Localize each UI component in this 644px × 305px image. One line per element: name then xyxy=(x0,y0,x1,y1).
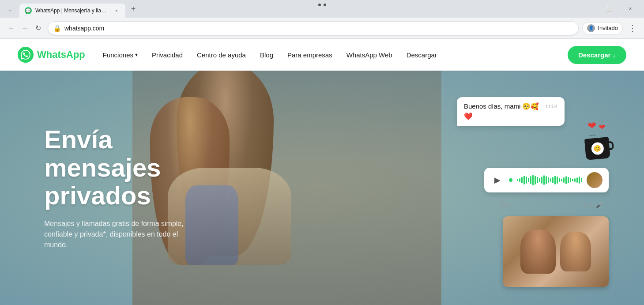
tab-close-button[interactable]: × xyxy=(113,7,120,14)
chevron-down-icon: ▾ xyxy=(135,52,138,58)
waveform-bar xyxy=(550,178,551,182)
nav-centro-ayuda[interactable]: Centro de ayuda xyxy=(197,51,246,59)
whatsapp-logo-icon xyxy=(18,47,34,63)
bubble-message-text: Buenos días, mami 🥺🥰 11:54 xyxy=(464,102,557,110)
voice-dot xyxy=(509,178,512,182)
hero-text-content: Envía mensajes privados Mensajes y llama… xyxy=(0,125,185,250)
waveform-bar xyxy=(579,177,580,184)
website-content: WhatsApp Funciones ▾ Privacidad Centro d… xyxy=(0,39,644,305)
voice-waveform xyxy=(517,174,582,186)
window-controls: — ⬜ × xyxy=(578,2,640,16)
active-tab[interactable]: 💬 WhatsApp | Mensajería y llama... × xyxy=(19,4,125,18)
browser-toolbar: ← → ↻ 🔒 whatsapp.com 👤 Invitado ⋮ xyxy=(0,18,644,39)
waveform-bar xyxy=(565,176,567,184)
lock-icon: 🔒 xyxy=(53,25,61,32)
waveform-bar xyxy=(548,177,549,183)
whatsapp-brand-name: WhatsApp xyxy=(37,49,85,60)
tab-favicon: 💬 xyxy=(25,7,32,14)
waveform-bar xyxy=(521,177,523,183)
voice-time-row: 0:03 11:57 🎤 xyxy=(494,202,609,208)
waveform-bar xyxy=(572,179,573,181)
back-button[interactable]: ← xyxy=(5,22,18,34)
waveform-bar xyxy=(554,176,556,185)
browser-dots xyxy=(318,4,326,6)
voice-sender-avatar xyxy=(587,172,603,188)
profile-avatar: 👤 xyxy=(587,24,595,32)
waveform-bar xyxy=(526,177,527,184)
waveform-bar xyxy=(532,175,534,185)
mic-icon: 🎤 xyxy=(596,202,603,208)
minimize-button[interactable]: — xyxy=(578,2,598,16)
waveform-bar xyxy=(530,176,531,184)
hero-section: Envía mensajes privados Mensajes y llama… xyxy=(0,71,644,305)
new-tab-button[interactable]: + xyxy=(127,3,139,15)
address-bar[interactable]: 🔒 whatsapp.com xyxy=(48,21,579,35)
nav-blog[interactable]: Blog xyxy=(260,51,273,59)
waveform-bar xyxy=(546,176,547,184)
bubble-timestamp: 11:54 xyxy=(545,104,557,109)
nav-funciones[interactable]: Funciones ▾ xyxy=(103,51,138,59)
browser-titlebar: ⌄ 💬 WhatsApp | Mensajería y llama... × +… xyxy=(0,0,644,18)
waveform-bar xyxy=(519,178,520,182)
hero-title: Envía mensajes privados xyxy=(44,125,185,210)
waveform-bar xyxy=(563,177,565,183)
close-button[interactable]: × xyxy=(620,2,640,16)
voice-message-bubble: ▶ xyxy=(484,168,609,192)
forward-button[interactable]: → xyxy=(19,22,31,34)
waveform-bar xyxy=(561,179,562,181)
waveform-bar xyxy=(557,177,558,184)
profile-label: Invitado xyxy=(598,25,618,31)
waveform-bar xyxy=(552,177,554,183)
nav-descargar[interactable]: Descargar xyxy=(407,51,437,59)
waveform-bar xyxy=(537,177,538,183)
bubble-reaction: ❤️ xyxy=(464,112,557,120)
waveform-bar xyxy=(568,177,569,183)
waveform-bar xyxy=(559,178,560,182)
whatsapp-navbar: WhatsApp Funciones ▾ Privacidad Centro d… xyxy=(0,39,644,71)
dot-1 xyxy=(318,4,321,6)
hero-subtitle: Mensajes y llamadas gratis de forma simp… xyxy=(44,218,185,250)
main-navigation: Funciones ▾ Privacidad Centro de ayuda B… xyxy=(103,51,568,59)
waveform-bar xyxy=(517,179,518,181)
tab-title: WhatsApp | Mensajería y llama... xyxy=(35,8,109,14)
tab-group: 💬 WhatsApp | Mensajería y llama... × + xyxy=(19,0,139,18)
nav-privacidad[interactable]: Privacidad xyxy=(152,51,183,59)
hearts-sticker: ❤ ❤ 😊 〰 xyxy=(578,117,621,161)
nav-whatsapp-web[interactable]: WhatsApp Web xyxy=(346,51,392,59)
nav-controls: ← → ↻ xyxy=(5,22,44,34)
waveform-bar xyxy=(523,176,525,185)
browser-frame: ⌄ 💬 WhatsApp | Mensajería y llama... × +… xyxy=(0,0,644,305)
waveform-bar xyxy=(541,177,542,184)
dot-2 xyxy=(324,4,326,6)
tab-bar: ⌄ 💬 WhatsApp | Mensajería y llama... × + xyxy=(4,0,578,18)
chat-bubble-text: Buenos días, mami 🥺🥰 11:54 ❤️ xyxy=(457,97,565,126)
waveform-bar xyxy=(581,178,582,182)
waveform-bar xyxy=(576,177,578,183)
waveform-bar xyxy=(528,178,529,182)
blue-clothing xyxy=(185,185,238,265)
nav-para-empresas[interactable]: Para empresas xyxy=(287,51,332,59)
photo-person-1 xyxy=(520,230,556,274)
waveform-bar xyxy=(543,175,545,185)
browser-menu-button[interactable]: ⋮ xyxy=(626,22,639,34)
url-text: whatsapp.com xyxy=(64,25,573,32)
play-voice-button[interactable]: ▶ xyxy=(490,173,505,187)
waveform-bar xyxy=(539,178,540,182)
photo-person-2 xyxy=(560,232,591,271)
waveform-bar xyxy=(574,178,576,182)
title-chevron-down[interactable]: ⌄ xyxy=(4,3,16,15)
chat-photo-preview xyxy=(503,216,609,287)
whatsapp-logo[interactable]: WhatsApp xyxy=(18,47,85,63)
waveform-bar xyxy=(570,178,571,182)
refresh-button[interactable]: ↻ xyxy=(32,22,44,34)
download-button[interactable]: Descargar ↓ xyxy=(568,46,626,64)
profile-button[interactable]: 👤 Invitado xyxy=(582,22,623,34)
waveform-bar xyxy=(535,176,536,185)
maximize-button[interactable]: ⬜ xyxy=(599,2,619,16)
